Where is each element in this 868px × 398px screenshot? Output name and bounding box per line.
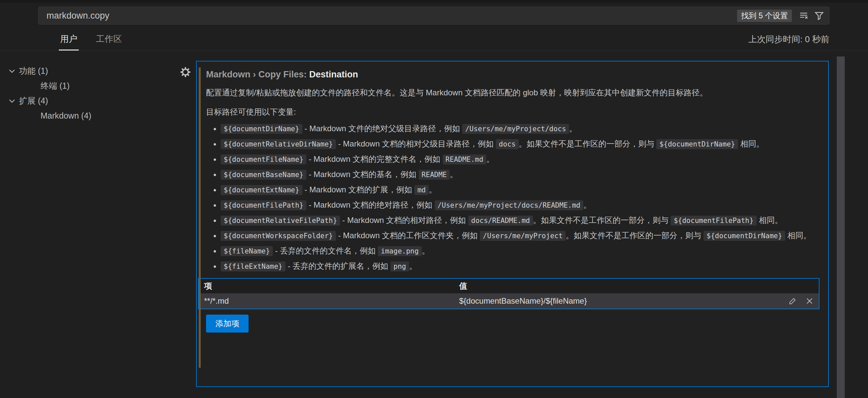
code-chip: ${documentDirName} [221,124,302,134]
tab-workspace[interactable]: 工作区 [95,33,123,51]
variables-list: ${documentDirName} - Markdown 文件的绝对父级目录路… [206,122,818,273]
vertical-scrollbar[interactable] [837,57,845,398]
row-actions [788,296,819,306]
window-top-edge [0,0,868,3]
clear-filters-icon[interactable] [797,9,810,22]
variable-text: - Markdown 文档的绝对路径，例如 [306,200,434,209]
code-chip: /Users/me/myProject/docs [462,124,569,134]
variable-item: ${documentRelativeFilePath} - Markdown 文… [221,214,818,227]
code-chip: ${documentFilePath} [671,216,756,225]
add-item-button[interactable]: 添加项 [206,315,249,333]
setting-item-panel: Markdown › Copy Files: Destination 配置通过复… [196,61,829,387]
chevron-down-icon[interactable] [8,99,16,103]
code-chip: ${documentDirName} [704,231,785,241]
remove-icon[interactable] [805,296,814,306]
setting-description-variables-intro: 目标路径可使用以下变量: [206,106,818,118]
last-sync-status: 上次同步时间: 0 秒前 [748,34,830,51]
setting-main: Markdown › Copy Files: Destination 配置通过复… [196,51,868,387]
variable-text: 。如果文件不是工作区的一部分，则与 [519,139,657,148]
code-chip: ${documentRelativeFilePath} [221,216,340,225]
variable-text: - Markdown 文档的工作区文件夹，例如 [336,231,480,240]
table-header-row: 项 值 [199,279,819,293]
code-chip: ${documentDirName} [656,139,738,149]
variable-text: 。 [422,246,430,255]
edit-icon[interactable] [788,296,798,306]
toc-item[interactable]: 功能 (1) [0,63,196,79]
code-chip: docs [496,139,519,149]
toc-item-label: 终端 (1) [40,81,70,91]
variable-text: 。如果文件不是工作区的一部分，则与 [533,216,671,224]
code-chip: /Users/me/myProject [480,231,566,241]
code-chip: image.png [378,246,422,256]
variable-text: 。 [429,185,437,194]
code-chip: /Users/me/myProject/docs/README.md [435,200,584,210]
variable-item: ${documentFilePath} - Markdown 文档的绝对路径，例… [221,199,818,212]
variable-text: 。 [583,200,591,209]
code-chip: ${documentFilePath} [221,200,306,210]
code-chip: ${fileExtName} [221,262,285,271]
toc-item[interactable]: 终端 (1) [0,79,196,93]
search-input[interactable] [46,10,737,21]
variable-item: ${documentBaseName} - Markdown 文档的基名，例如 … [221,168,818,181]
variable-text: - Markdown 文档的相对路径，例如 [340,216,468,224]
results-count-badge: 找到 5 个设置 [737,10,792,22]
kv-rows: **/*.md ${documentBaseName}/${fileName} [199,293,819,309]
variable-text: 。如果文件不是工作区的一部分，则与 [566,231,704,240]
variable-text: - Markdown 文档的完整文件名，例如 [306,154,442,163]
variable-text: 。 [409,262,417,270]
variable-text: - Markdown 文件的绝对父级目录路径，例如 [302,124,462,133]
variable-item: ${fileExtName} - 丢弃的文件的扩展名，例如 png。 [221,260,818,273]
code-chip: ${documentRelativeDirName} [221,139,336,149]
scope-tabs: 用户 工作区 [59,33,123,51]
setting-title-name: Destination [309,69,358,80]
tabs-row: 用户 工作区 上次同步时间: 0 秒前 [38,25,830,51]
setting-title: Markdown › Copy Files: Destination [206,69,818,80]
variable-text: - 丢弃的文件的文件名，例如 [273,246,378,255]
setting-description: 配置通过复制/粘贴或拖放创建的文件的路径和文件名。这是与 Markdown 文档… [206,87,818,98]
settings-header: 找到 5 个设置 用户 工作区 上次同步时间: 0 秒前 [0,3,868,51]
toc-item[interactable]: Markdown (4) [0,108,196,123]
variable-text: 。 [450,170,458,179]
variable-text: - Markdown 文档的相对父级目录路径，例如 [336,139,496,148]
variable-item: ${documentExtName} - Markdown 文档的扩展，例如 m… [221,183,818,196]
variable-item: ${documentFileName} - Markdown 文档的完整文件名，… [221,153,818,166]
variable-text: - Markdown 文档的扩展，例如 [302,185,414,194]
code-chip: docs/README.md [468,216,533,225]
settings-search-box: 找到 5 个设置 [38,7,830,25]
table-header-key: 项 [199,281,459,292]
toc-item[interactable]: 扩展 (4) [0,93,196,108]
toc-item-label: Markdown (4) [40,111,91,121]
variable-text: 相同。 [785,231,811,240]
code-chip: ${documentWorkspaceFolder} [221,231,336,241]
variable-text: 相同。 [738,139,764,148]
destination-map-table: 项 值 **/*.md ${documentBaseName}/${fileNa… [198,278,819,309]
table-row[interactable]: **/*.md ${documentBaseName}/${fileName} [199,293,819,309]
variable-text: 相同。 [757,216,783,224]
code-chip: ${documentFileName} [221,154,306,164]
kv-key: **/*.md [199,296,459,306]
variable-item: ${documentWorkspaceFolder} - Markdown 文档… [221,229,818,242]
toc-item-label: 功能 (1) [19,65,48,76]
modified-indicator [199,67,201,368]
variable-text: 。 [569,124,577,133]
chevron-down-icon[interactable] [8,69,16,73]
code-chip: ${documentExtName} [221,185,302,195]
kv-value: ${documentBaseName}/${fileName} [459,296,788,306]
variable-item: ${fileName} - 丢弃的文件的文件名，例如 image.png。 [221,245,818,257]
toc-item-label: 扩展 (4) [19,95,48,106]
setting-title-category: Markdown › Copy Files: [206,69,309,80]
toc-tree: 功能 (1) 终端 (1) 扩展 (4) Markdown (4) [0,51,196,387]
filter-icon[interactable] [812,9,826,22]
code-chip: ${fileName} [221,246,273,256]
variable-text: - 丢弃的文件的扩展名，例如 [285,262,391,270]
tab-user[interactable]: 用户 [59,33,79,51]
settings-body: 功能 (1) 终端 (1) 扩展 (4) Markdown (4) [0,51,868,387]
code-chip: README [419,170,450,180]
table-header-value: 值 [459,281,819,292]
code-chip: md [414,185,429,195]
code-chip: png [391,262,409,271]
code-chip: README.md [443,154,487,164]
variable-text: 。 [486,154,494,163]
gear-icon[interactable] [180,67,191,78]
code-chip: ${documentBaseName} [221,170,306,180]
